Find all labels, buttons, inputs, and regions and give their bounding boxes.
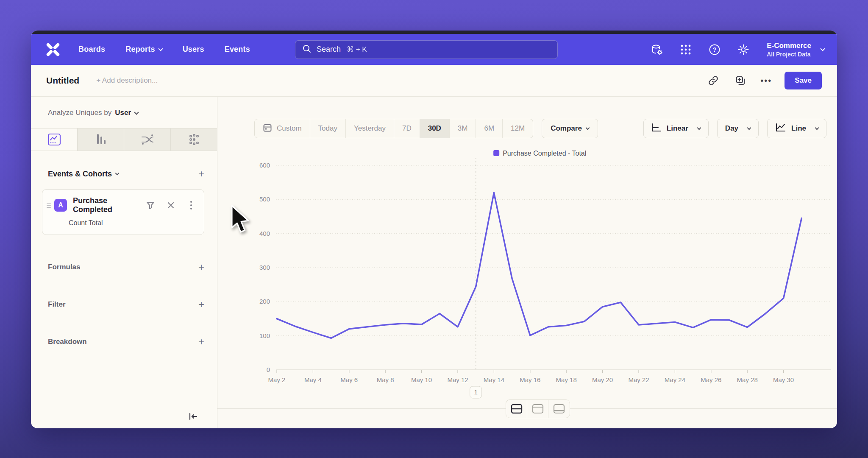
chevron-down-icon [820,46,825,51]
chevron-down-icon [815,126,819,130]
duplicate-icon[interactable] [733,73,748,88]
query-sidebar: Analyze Uniques by User [31,97,217,428]
calendar-icon [263,123,272,134]
project-switcher[interactable]: E-Commerce All Project Data [767,42,824,58]
line-chart-icon [775,123,786,134]
add-event-button[interactable]: + [198,169,204,179]
svg-text:Purchase Completed - Total: Purchase Completed - Total [503,150,586,157]
svg-text:100: 100 [259,332,270,339]
add-filter-button[interactable]: + [198,299,204,310]
svg-text:1: 1 [474,388,478,396]
svg-text:May 24: May 24 [665,376,685,383]
copy-link-icon[interactable] [706,73,721,88]
add-description-button[interactable]: + Add description... [96,76,158,85]
analyze-by-dropdown[interactable]: User [115,109,138,117]
tab-insights[interactable] [31,128,78,151]
svg-text:May 30: May 30 [773,376,794,383]
save-button[interactable]: Save [785,72,822,89]
svg-text:May 18: May 18 [556,376,577,383]
event-metric-dropdown[interactable]: Count Total [69,219,196,227]
desktop-background: Boards Reports Users Events Search ⌘ + K [0,0,868,458]
filter-icon[interactable] [145,200,156,210]
project-name: E-Commerce [767,42,811,50]
mouse-cursor [230,205,252,235]
svg-text:May 2: May 2 [268,376,286,383]
tab-funnels[interactable] [78,128,124,151]
drag-handle-icon[interactable] [47,203,51,208]
range-7d[interactable]: 7D [394,119,420,138]
range-6m[interactable]: 6M [476,119,503,138]
line-chart: 01002003004005006001May 2May 4May 6May 8… [217,148,837,411]
add-breakdown-button[interactable]: + [198,337,204,347]
svg-text:May 12: May 12 [447,376,468,383]
layout-switcher [506,399,570,418]
nav-item-reports[interactable]: Reports [125,45,162,54]
report-type-tabs [31,128,217,151]
svg-text:May 22: May 22 [628,376,649,383]
svg-text:May 8: May 8 [377,376,394,383]
range-today[interactable]: Today [310,119,346,138]
svg-text:May 28: May 28 [737,376,758,383]
svg-text:May 6: May 6 [340,376,358,383]
event-card[interactable]: A Purchase Completed [42,189,204,235]
chart-type-dropdown[interactable]: Line [767,119,826,138]
scale-dropdown[interactable]: Linear [643,119,709,138]
svg-text:May 20: May 20 [592,376,613,383]
chevron-down-icon [158,46,163,51]
search-icon [302,44,312,55]
nav-item-events[interactable]: Events [225,45,250,54]
filter-label: Filter [48,300,66,309]
nav-item-users[interactable]: Users [183,45,204,54]
chevron-down-icon [585,126,590,130]
granularity-dropdown[interactable]: Day [717,119,759,138]
report-header: Untitled + Add description... ••• [31,65,837,97]
kebab-menu-icon[interactable] [186,200,196,210]
page-title[interactable]: Untitled [46,75,79,86]
search-input[interactable]: Search ⌘ + K [295,40,558,59]
svg-text:500: 500 [259,195,270,203]
search-shortcut: ⌘ + K [347,45,367,54]
nav-right-group: ? E-Commerce All Project Data [650,42,824,58]
settings-gear-icon[interactable] [736,42,751,57]
events-cohorts-header[interactable]: Events & Cohorts [48,170,119,179]
chevron-down-icon [747,126,751,130]
layout-panel-bottom-button[interactable] [548,400,570,418]
svg-text:May 4: May 4 [304,376,322,383]
add-formula-button[interactable]: + [198,262,204,272]
event-badge: A [54,199,67,212]
remove-event-icon[interactable] [166,200,176,210]
tab-flows[interactable] [124,128,171,151]
more-options-button[interactable]: ••• [760,76,772,86]
svg-text:May 10: May 10 [411,376,432,383]
window-top-strip [31,31,837,34]
breakdown-label: Breakdown [48,338,87,346]
help-icon[interactable]: ? [707,42,722,57]
chevron-down-icon [134,110,139,114]
svg-text:May 14: May 14 [484,376,504,383]
mixpanel-logo-icon[interactable] [44,41,62,58]
chevron-down-icon [697,126,701,130]
layout-split-horizontal-button[interactable] [506,400,527,418]
range-12m[interactable]: 12M [503,119,533,138]
svg-text:600: 600 [259,162,270,169]
range-30d[interactable]: 30D [420,119,450,138]
data-management-icon[interactable] [650,42,664,57]
range-yesterday[interactable]: Yesterday [346,119,394,138]
svg-text:0: 0 [267,366,270,373]
search-placeholder: Search [317,45,341,54]
range-custom[interactable]: Custom [255,119,310,138]
svg-text:200: 200 [259,298,270,305]
app-window: Boards Reports Users Events Search ⌘ + K [31,31,837,428]
svg-text:400: 400 [259,230,270,237]
compare-dropdown[interactable]: Compare [542,119,598,138]
collapse-sidebar-button[interactable] [188,412,198,422]
event-title[interactable]: Purchase Completed [73,196,145,214]
apps-grid-icon[interactable] [679,42,693,57]
layout-panel-top-button[interactable] [527,400,548,418]
chart-panel: Custom Today Yesterday 7D 30D 3M 6M 12M … [217,97,837,428]
nav-item-boards[interactable]: Boards [78,45,105,54]
svg-text:May 26: May 26 [701,376,721,383]
tab-retention[interactable] [171,128,217,151]
range-3m[interactable]: 3M [450,119,476,138]
svg-text:300: 300 [259,264,270,271]
